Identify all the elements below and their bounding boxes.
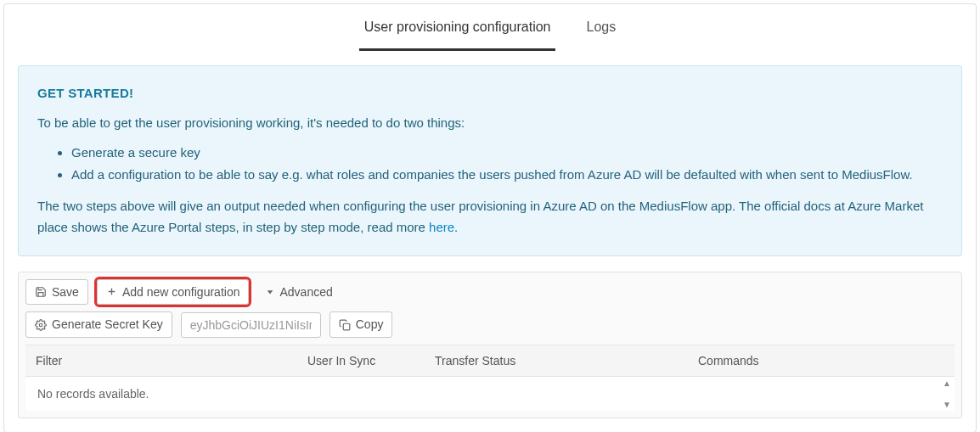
plus-icon xyxy=(106,286,117,297)
svg-rect-3 xyxy=(343,323,350,330)
copy-button[interactable]: Copy xyxy=(329,311,393,338)
scroll-up-arrow-icon[interactable]: ▲ xyxy=(943,379,951,388)
triangle-down-icon xyxy=(266,288,274,296)
info-outro-period: . xyxy=(454,220,458,234)
save-icon xyxy=(35,286,47,298)
toolbar-row-1: Save Add new configuration Advanced xyxy=(25,279,955,306)
advanced-dropdown[interactable]: Advanced xyxy=(257,280,341,305)
add-new-configuration-button[interactable]: Add new configuration xyxy=(97,279,250,306)
generate-secret-key-button[interactable]: Generate Secret Key xyxy=(25,311,172,338)
table-header-row: Filter User In Sync Transfer Status Comm… xyxy=(25,345,955,377)
copy-icon xyxy=(339,319,351,331)
save-button-label: Save xyxy=(52,285,79,300)
generate-secret-key-label: Generate Secret Key xyxy=(52,317,163,332)
content-area: GET STARTED! To be able to get the user … xyxy=(4,52,976,432)
info-bullet-add-config: Add a configuration to be able to say e.… xyxy=(71,165,943,186)
info-title: GET STARTED! xyxy=(37,83,943,104)
tab-bar: User provisioning configuration Logs xyxy=(4,4,976,52)
add-config-label: Add new configuration xyxy=(122,285,240,300)
gear-icon xyxy=(35,319,47,331)
secret-key-field[interactable] xyxy=(181,312,321,338)
table-body: No records available. ▲ ▼ xyxy=(25,377,955,411)
get-started-info-box: GET STARTED! To be able to get the user … xyxy=(18,65,962,256)
th-user-in-sync[interactable]: User In Sync xyxy=(297,345,425,376)
copy-label: Copy xyxy=(356,317,384,332)
info-outro: The two steps above will give an output … xyxy=(37,196,943,238)
info-bullet-generate-key: Generate a secure key xyxy=(71,143,943,164)
th-commands[interactable]: Commands xyxy=(688,345,943,376)
config-table: Filter User In Sync Transfer Status Comm… xyxy=(25,345,955,411)
th-transfer-status[interactable]: Transfer Status xyxy=(425,345,688,376)
info-intro: To be able to get the user provisioning … xyxy=(37,113,943,134)
table-scrollbar[interactable]: ▲ ▼ xyxy=(940,377,954,411)
advanced-label: Advanced xyxy=(279,285,332,300)
toolbar-row-2: Generate Secret Key Copy xyxy=(25,311,955,338)
tab-logs[interactable]: Logs xyxy=(581,20,621,51)
main-panel: User provisioning configuration Logs GET… xyxy=(3,3,977,432)
th-filter[interactable]: Filter xyxy=(25,345,297,376)
scroll-down-arrow-icon[interactable]: ▼ xyxy=(943,400,951,409)
table-empty-message: No records available. xyxy=(25,377,955,411)
tab-user-provisioning-config[interactable]: User provisioning configuration xyxy=(359,20,556,51)
info-bullet-list: Generate a secure key Add a configuratio… xyxy=(71,143,943,187)
th-spacer xyxy=(943,345,963,376)
info-outro-text: The two steps above will give an output … xyxy=(37,199,923,234)
svg-point-2 xyxy=(39,323,42,327)
toolbar: Save Add new configuration Advanced xyxy=(18,272,962,419)
save-button[interactable]: Save xyxy=(25,279,88,306)
read-more-link[interactable]: here xyxy=(429,220,454,234)
